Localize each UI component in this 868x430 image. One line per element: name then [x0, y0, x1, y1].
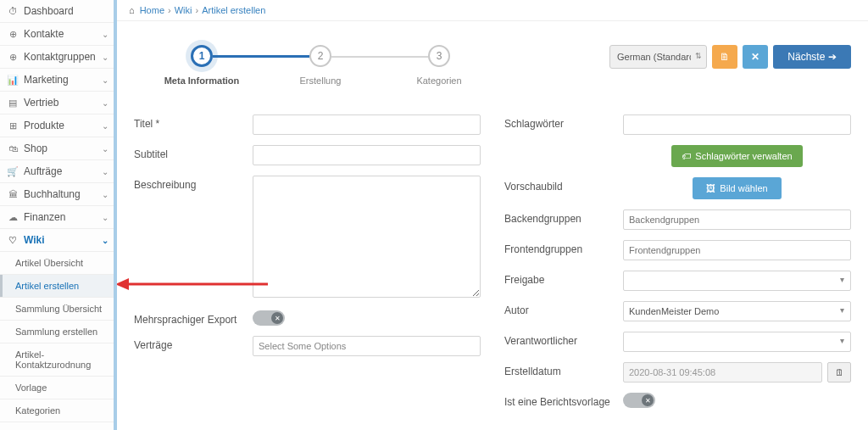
label-schlagwoerter: Schlagwörter — [504, 114, 623, 130]
calendar-icon: 🗓 — [835, 367, 844, 377]
button-label: Schlagwörter verwalten — [695, 151, 792, 161]
select-autor[interactable] — [623, 301, 851, 321]
sidebar-item-label: Kontaktgruppen — [24, 51, 96, 63]
top-right-controls: 🗎 ✕ Nächste ➔ — [609, 45, 851, 69]
choose-image-button[interactable]: 🖼 Bild wählen — [693, 177, 781, 199]
cart-icon: 🛒 — [7, 166, 19, 177]
chevron-down-icon: ⌄ — [102, 75, 108, 85]
sidebar-item-auftraege[interactable]: 🛒Aufträge⌄ — [0, 160, 114, 183]
chevron-down-icon: ⌄ — [102, 121, 108, 131]
step-number: 1 — [191, 45, 213, 67]
form-left-column: Titel * Subtitel Beschreibung Mehrsprach… — [134, 114, 481, 418]
breadcrumb-current[interactable]: Artikel erstellen — [202, 5, 265, 15]
chevron-down-icon: ⌄ — [102, 144, 108, 154]
sidebar-item-marketing[interactable]: 📊Marketing⌄ — [0, 69, 114, 92]
sidebar-item-label: Produkte — [24, 120, 64, 131]
toggle-mehrsprachig[interactable]: ✕ — [253, 310, 285, 326]
label-beschreibung: Beschreibung — [134, 176, 253, 191]
close-icon: ✕ — [751, 51, 760, 63]
plus-circle-icon: ⊕ — [7, 29, 19, 40]
sidebar-item-label: Finanzen — [24, 211, 65, 223]
form: Titel * Subtitel Beschreibung Mehrsprach… — [134, 114, 851, 418]
plus-circle-icon: ⊕ — [7, 52, 19, 63]
sidebar-item-finanzen[interactable]: ☁Finanzen⌄ — [0, 206, 114, 229]
sidebar-item-produkte[interactable]: ⊞Produkte⌄ — [0, 114, 114, 137]
top-row: 1 Meta Information 2 Erstellung 3 Katego… — [134, 45, 851, 86]
label-autor: Autor — [504, 301, 623, 316]
label-freigabe: Freigabe — [504, 271, 623, 286]
sidebar-item-wiki[interactable]: ♡Wiki⌄ — [0, 229, 114, 252]
form-right-column: Schlagwörter 🏷 Schlagwörter verwalten Vo… — [504, 114, 851, 418]
sidebar-item-shop[interactable]: 🛍Shop⌄ — [0, 137, 114, 160]
label-berichtsvorlage: Ist eine Berichtsvorlage — [504, 393, 623, 408]
select-freigabe[interactable] — [623, 271, 851, 291]
sidebar-item-kontaktgruppen[interactable]: ⊕Kontaktgruppen⌄ — [0, 46, 114, 69]
home-icon: ⌂ — [129, 5, 135, 15]
chevron-down-icon: ⌄ — [102, 190, 108, 199]
chevron-down-icon: ⌄ — [102, 213, 108, 222]
breadcrumb: ⌂ Home › Wiki › Artikel erstellen — [117, 0, 868, 21]
tag-icon: 🏷 — [682, 151, 691, 161]
copy-button[interactable]: 🗎 — [712, 45, 737, 69]
breadcrumb-home[interactable]: Home — [140, 5, 164, 15]
label-subtitel: Subtitel — [134, 145, 253, 160]
input-titel[interactable] — [253, 114, 481, 135]
label-erstelldatum: Erstelldatum — [504, 362, 623, 377]
chevron-down-icon: ⌄ — [102, 53, 108, 62]
sidebar-item-kontakte[interactable]: ⊕Kontakte⌄ — [0, 23, 114, 46]
image-icon: 🖼 — [706, 183, 715, 193]
wiki-sub-artikel-erstellen[interactable]: Artikel erstellen — [0, 275, 114, 298]
toggle-berichtsvorlage[interactable]: ✕ — [623, 393, 655, 408]
input-schlagwoerter[interactable] — [623, 114, 851, 135]
manage-tags-button[interactable]: 🏷 Schlagwörter verwalten — [671, 145, 802, 167]
chevron-down-icon: ⌄ — [102, 236, 108, 245]
textarea-beschreibung[interactable] — [253, 176, 481, 298]
wiki-sub-sammlung-uebersicht[interactable]: Sammlung Übersicht — [0, 298, 114, 321]
step-number: 3 — [428, 45, 450, 67]
close-button[interactable]: ✕ — [743, 45, 768, 69]
sidebar-item-label: Dashboard — [24, 5, 74, 17]
sidebar-item-label: Kontakte — [24, 28, 64, 40]
sidebar-item-label: Marketing — [24, 74, 69, 86]
grid-icon: ⊞ — [7, 120, 19, 131]
calendar-button[interactable]: 🗓 — [827, 362, 851, 383]
wiki-sub-sammlung-erstellen[interactable]: Sammlung erstellen — [0, 321, 114, 343]
step-label: Meta Information — [164, 75, 240, 86]
wiki-sub-vorlage[interactable]: Vorlage — [0, 377, 114, 399]
label-titel: Titel * — [134, 114, 253, 130]
select-verantwortlicher[interactable] — [623, 332, 851, 352]
gauge-icon: ⏱ — [7, 6, 19, 16]
label-vertraege: Verträge — [134, 336, 253, 351]
multiselect-vertraege[interactable]: Select Some Options — [253, 336, 481, 356]
bulb-icon: ♡ — [7, 235, 19, 246]
step-label: Kategorien — [416, 75, 461, 86]
cloud-icon: ☁ — [7, 212, 19, 223]
label-mehrsprachig: Mehrsprachiger Export — [134, 310, 253, 326]
wiki-sub-glossar[interactable]: Glossar — [0, 422, 114, 430]
step-kategorien[interactable]: 3 Kategorien — [380, 45, 498, 86]
language-select[interactable] — [609, 45, 707, 69]
svg-marker-1 — [117, 278, 129, 290]
input-frontendgruppen[interactable] — [623, 240, 851, 260]
bag-icon: 🛍 — [7, 143, 19, 154]
input-erstelldatum[interactable] — [623, 362, 822, 383]
input-subtitel[interactable] — [253, 145, 481, 165]
bank-icon: 🏛 — [7, 189, 19, 199]
next-button[interactable]: Nächste ➔ — [773, 45, 851, 69]
wiki-sub-kategorien[interactable]: Kategorien — [0, 399, 114, 422]
step-erstellung[interactable]: 2 Erstellung — [261, 45, 380, 86]
label-vorschaubild: Vorschaubild — [504, 177, 623, 193]
wiki-sub-artikel-uebersicht[interactable]: Artikel Übersicht — [0, 252, 114, 275]
bars-icon: ▤ — [7, 98, 19, 109]
step-meta-info[interactable]: 1 Meta Information — [142, 45, 261, 86]
sidebar-item-label: Aufträge — [24, 165, 62, 177]
sidebar-item-vertrieb[interactable]: ▤Vertrieb⌄ — [0, 92, 114, 114]
wiki-sub-artikel-kontaktzuordnung[interactable]: Artikel-Kontaktzurodnung — [0, 343, 114, 377]
step-label: Erstellung — [300, 75, 342, 86]
input-backendgruppen[interactable] — [623, 209, 851, 230]
sidebar-item-label: Shop — [24, 142, 47, 154]
breadcrumb-wiki[interactable]: Wiki — [175, 5, 192, 15]
sidebar-item-buchhaltung[interactable]: 🏛Buchhaltung⌄ — [0, 183, 114, 206]
sidebar-item-dashboard[interactable]: ⏱Dashboard — [0, 0, 114, 23]
stepper: 1 Meta Information 2 Erstellung 3 Katego… — [142, 45, 498, 86]
